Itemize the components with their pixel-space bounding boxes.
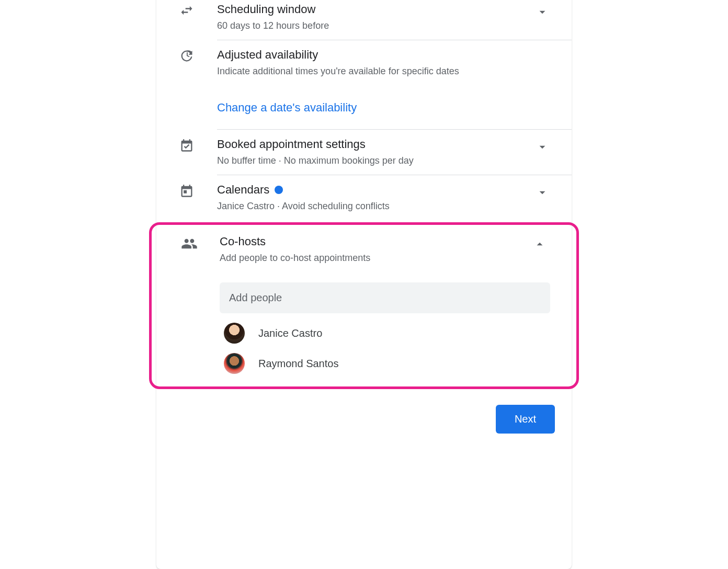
clock-update-icon xyxy=(179,48,217,63)
chevron-up-icon[interactable] xyxy=(529,234,550,251)
chevron-down-icon[interactable] xyxy=(532,183,553,199)
calendars-subtitle: Janice Castro · Avoid scheduling conflic… xyxy=(217,199,532,213)
scheduling-window-subtitle: 60 days to 12 hours before xyxy=(217,19,532,32)
scheduling-window-title: Scheduling window xyxy=(217,2,532,17)
cohost-name: Janice Castro xyxy=(258,327,322,339)
cohosts-highlight-box: Co-hosts Add people to co-host appointme… xyxy=(149,222,579,389)
settings-panel: Scheduling window 60 days to 12 hours be… xyxy=(156,0,572,569)
next-button[interactable]: Next xyxy=(496,405,555,434)
booked-appointment-subtitle: No buffer time · No maximum bookings per… xyxy=(217,154,532,167)
calendars-title: Calendars xyxy=(217,183,269,197)
adjusted-availability-subtitle: Indicate additional times you're availab… xyxy=(217,64,553,78)
swap-icon xyxy=(179,2,217,18)
calendar-icon xyxy=(179,183,217,198)
add-people-input[interactable]: Add people xyxy=(220,282,550,313)
cohost-name: Raymond Santos xyxy=(258,358,338,370)
adjusted-availability-title: Adjusted availability xyxy=(217,48,553,62)
cohosts-row[interactable]: Co-hosts Add people to co-host appointme… xyxy=(181,234,550,265)
cohost-person-row: Janice Castro xyxy=(224,323,550,344)
booked-appointment-row[interactable]: Booked appointment settings No buffer ti… xyxy=(156,130,572,175)
calendar-check-icon xyxy=(179,137,217,153)
adjusted-availability-row: Adjusted availability Indicate additiona… xyxy=(156,40,572,85)
avatar xyxy=(224,353,245,374)
footer: Next xyxy=(156,389,572,434)
scheduling-window-row[interactable]: Scheduling window 60 days to 12 hours be… xyxy=(156,0,572,40)
cohost-person-row: Raymond Santos xyxy=(224,353,550,374)
people-icon xyxy=(181,234,220,252)
booked-appointment-title: Booked appointment settings xyxy=(217,137,532,152)
chevron-down-icon[interactable] xyxy=(532,137,553,154)
calendars-row[interactable]: Calendars Janice Castro · Avoid scheduli… xyxy=(156,175,572,220)
chevron-down-icon[interactable] xyxy=(532,2,553,19)
change-date-availability-link[interactable]: Change a date's availability xyxy=(217,85,572,129)
cohosts-title: Co-hosts xyxy=(220,234,529,249)
notification-dot-icon xyxy=(275,186,283,194)
cohosts-subtitle: Add people to co-host appointments xyxy=(220,251,529,265)
avatar xyxy=(224,323,245,344)
